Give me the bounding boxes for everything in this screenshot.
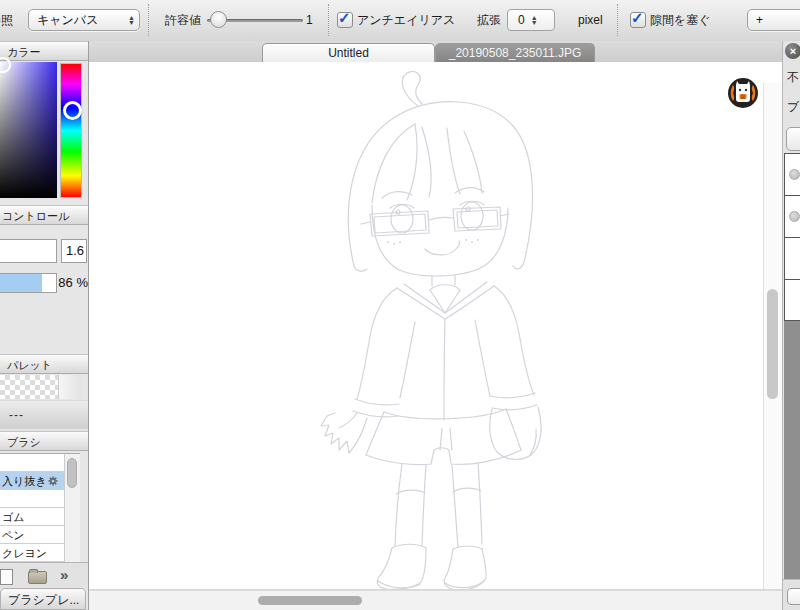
tolerance-label: 許容値 <box>165 12 201 29</box>
layer-row[interactable] <box>785 154 800 196</box>
dropdown-stepper-icon: ▲▼ <box>128 15 135 25</box>
layer-panel-empty-area <box>784 321 800 579</box>
document-tabstrip: Untitled _20190508_235011.JPG <box>89 41 782 62</box>
canvas-viewport[interactable] <box>89 62 782 589</box>
brush-list-item[interactable] <box>0 454 64 472</box>
stepper-arrows-icon: ▲▼ <box>531 15 538 25</box>
add-brush-button[interactable] <box>0 569 13 585</box>
reference-dropdown-value: キャンバス <box>37 12 122 29</box>
document-area: Untitled _20190508_235011.JPG <box>89 41 782 610</box>
hue-bar[interactable] <box>60 63 82 198</box>
brush-list-scroll-thumb[interactable] <box>67 458 77 488</box>
layer-panel-footer <box>783 579 800 610</box>
brush-opacity-fill <box>0 274 42 292</box>
layer-visibility-icon[interactable] <box>789 169 800 180</box>
close-gap-checkbox[interactable] <box>630 12 646 28</box>
toolbar-separator <box>617 4 618 36</box>
layer-blend-dropdown[interactable] <box>786 127 800 151</box>
brush-list-item[interactable]: ゴム <box>0 508 64 526</box>
tab-jpg-file[interactable]: _20190508_235011.JPG <box>435 43 595 62</box>
color-sv-picker[interactable] <box>0 62 57 198</box>
toolbar-separator <box>328 4 329 36</box>
hue-indicator-icon[interactable] <box>63 101 82 120</box>
toolbar-separator <box>148 4 149 36</box>
antialias-checkbox[interactable] <box>337 12 353 28</box>
reference-label: 参照 <box>0 12 13 29</box>
footer-control-stub[interactable] <box>787 588 800 605</box>
brush-list: 入り抜き ゴム ペン クレヨン <box>0 453 80 562</box>
layer-row[interactable] <box>785 196 800 238</box>
expand-value: 0 <box>518 13 525 27</box>
brush-size-input[interactable] <box>0 239 57 263</box>
tolerance-slider[interactable] <box>207 19 303 22</box>
brush-list-item[interactable]: ペン <box>0 526 64 544</box>
brush-opacity-slider[interactable] <box>0 273 57 293</box>
palette-item-null[interactable]: --- <box>0 400 88 429</box>
canvas-vertical-scrollbar[interactable] <box>763 83 782 589</box>
brush-opacity-value: 86 % <box>58 275 88 290</box>
layer-row[interactable] <box>785 280 800 322</box>
color-panel-header[interactable]: カラー <box>0 41 88 61</box>
brush-panel-header[interactable]: ブラシ <box>0 431 88 451</box>
folder-icon <box>28 571 47 584</box>
expand-stepper[interactable]: 0 ▲▼ <box>507 9 555 31</box>
layer-opacity-label: 不 <box>787 69 799 86</box>
tolerance-slider-knob[interactable] <box>210 11 227 28</box>
firealpaca-logo-icon <box>727 77 759 109</box>
firealpaca-window: 参照 キャンバス ▲▼ 許容値 1 アンチエイリアス 拡張 <box>0 0 800 610</box>
close-gap-mode-dropdown[interactable]: + <box>747 9 800 31</box>
brush-list-item[interactable]: クレヨン <box>0 544 64 562</box>
bucket-tool-options-bar: 参照 キャンバス ▲▼ 許容値 1 アンチエイリアス 拡張 <box>0 0 800 42</box>
tab-untitled[interactable]: Untitled <box>262 43 435 62</box>
expand-label: 拡張 <box>477 12 501 29</box>
brush-control-header[interactable]: コントロール <box>0 205 88 225</box>
palette-panel-header[interactable]: パレット <box>0 354 88 374</box>
brush-toolbar: » <box>0 562 88 589</box>
panel-close-icon[interactable]: × <box>785 43 800 59</box>
brush-list-item[interactable] <box>0 490 64 508</box>
brush-preview-header[interactable]: ブラシプレ... <box>0 588 86 610</box>
layer-blend-label: ブ <box>787 99 799 116</box>
close-gap-mode-value: + <box>756 13 800 27</box>
layer-panel-clipped: × 不 ブ <box>782 41 800 610</box>
left-tool-panel: カラー コントロール 1.6 86 % パレット --- ブラシ 入り抜き <box>0 41 89 610</box>
brush-more-button[interactable]: » <box>60 566 68 583</box>
close-gap-label: 隙間を塞ぐ <box>650 12 711 29</box>
brush-list-item-selected[interactable]: 入り抜き <box>0 472 64 490</box>
layer-list <box>784 153 800 321</box>
expand-unit-label: pixel <box>578 13 603 27</box>
brush-size-value[interactable]: 1.6 <box>62 240 86 262</box>
reference-dropdown[interactable]: キャンバス ▲▼ <box>28 9 140 31</box>
canvas-horizontal-scroll-thumb[interactable] <box>258 596 362 605</box>
tolerance-value: 1 <box>306 13 313 27</box>
brush-folder-button[interactable] <box>28 571 47 584</box>
brush-settings-gear-icon[interactable] <box>48 476 58 486</box>
layer-row[interactable] <box>785 238 800 280</box>
antialias-label: アンチエイリアス <box>357 12 455 29</box>
canvas-horizontal-scrollbar[interactable] <box>89 590 782 610</box>
canvas-lineart-drawing <box>89 62 782 589</box>
new-brush-icon <box>0 569 13 585</box>
palette-scrollbar[interactable] <box>58 375 81 399</box>
canvas-vertical-scroll-thumb[interactable] <box>767 289 778 399</box>
layer-visibility-icon[interactable] <box>789 211 800 222</box>
